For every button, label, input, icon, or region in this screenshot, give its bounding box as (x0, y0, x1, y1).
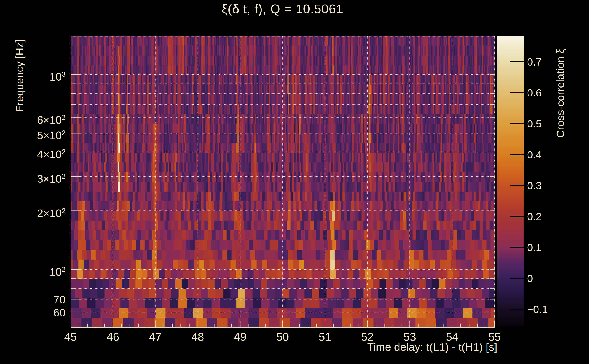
y-axis-tick-label: 4×102 (0, 145, 65, 159)
spectrogram-heatmap (71, 36, 495, 328)
y-axis-tick-label: 103 (0, 68, 65, 81)
colorbar-tick-label: 0.2 (527, 210, 542, 223)
colorbar-tick-mark (510, 309, 524, 310)
cross-correlation-spectrogram-figure: ξ(δ t, f), Q = 10.5061 Frequency [Hz] 10… (0, 0, 589, 364)
y-axis-tick-label: 3×102 (0, 170, 65, 183)
colorbar-tick-mark (510, 278, 524, 279)
x-axis-tick-label: 48 (191, 330, 204, 344)
y-axis-tick-label: 6×102 (0, 111, 65, 124)
colorbar-tick-mark (510, 123, 524, 124)
colorbar-gradient (497, 36, 524, 327)
y-axis-tick-label: 102 (0, 263, 65, 276)
colorbar-tick-label: 0.3 (527, 180, 542, 192)
colorbar-tick-label: −0.1 (527, 303, 548, 316)
colorbar-tick-mark (510, 216, 524, 217)
colorbar-tick-label: 0.4 (527, 149, 542, 161)
colorbar-tick-label: 0 (527, 272, 533, 285)
colorbar-tick-mark (510, 61, 524, 62)
colorbar-tick-label: 0.1 (527, 241, 542, 254)
y-axis-tick-label: 2×102 (0, 204, 65, 218)
x-axis-tick-label: 47 (149, 330, 162, 344)
colorbar-tick-mark (510, 154, 524, 155)
colorbar-tick-mark (510, 185, 524, 186)
y-axis-tick-label: 5×102 (0, 126, 65, 140)
y-axis-title: Frequency [Hz] (13, 12, 26, 112)
colorbar-tick-mark (510, 247, 524, 248)
plot-title: ξ(δ t, f), Q = 10.5061 (71, 1, 495, 16)
colorbar-tick-label: 0.6 (527, 87, 542, 99)
y-axis-tick-label: 60 (0, 306, 65, 320)
x-axis-tick-label: 49 (234, 330, 247, 344)
x-axis-tick-label: 45 (64, 330, 77, 344)
x-axis-title: Time delay: t(L1) - t(H1) [s] (270, 341, 497, 353)
colorbar-tick-label: 0.7 (527, 56, 542, 68)
colorbar-tick-label: 0.5 (527, 118, 542, 130)
x-axis-tick-label: 46 (106, 330, 119, 344)
y-axis-tick-label: 70 (0, 293, 65, 307)
colorbar-tick-mark (510, 92, 524, 93)
colorbar-title: Cross-correlation ξ (554, 33, 566, 138)
